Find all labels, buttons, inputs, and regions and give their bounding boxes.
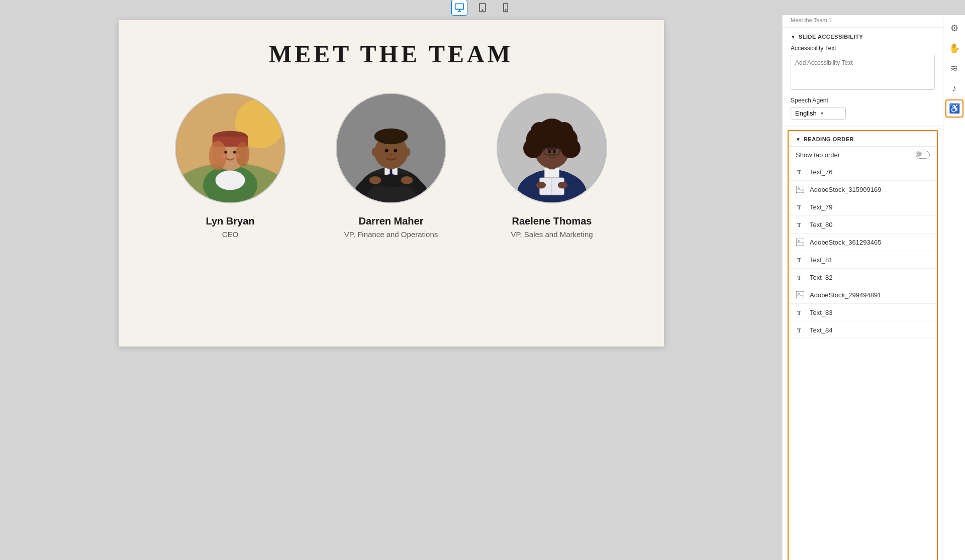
reading-order-list: TText_76AdobeStock_315909169TText_79TTex… (789, 163, 937, 560)
svg-text:T: T (797, 221, 801, 228)
accessibility-section-title: SLIDE ACCESSIBILITY (799, 34, 863, 40)
show-tab-order-label: Show tab order (796, 151, 840, 159)
reading-item-label: Text_83 (810, 309, 833, 316)
svg-rect-60 (796, 186, 804, 193)
show-tab-order-row: Show tab order (789, 147, 937, 163)
chevron-down-icon: ▼ (796, 137, 801, 142)
device-desktop-button[interactable] (451, 0, 467, 16)
speech-agent-label: Speech Agent (791, 97, 935, 104)
member-name-raelene: Raelene Thomas (512, 215, 592, 227)
svg-text:T: T (797, 309, 801, 316)
svg-point-35 (401, 176, 413, 184)
svg-line-52 (560, 151, 562, 152)
text-type-icon: T (796, 202, 805, 211)
reading-order-title: READING ORDER (804, 136, 854, 142)
svg-point-4 (482, 10, 483, 11)
accessibility-text-field: Accessibility Text (791, 45, 935, 92)
accessibility-text-label: Accessibility Text (791, 45, 935, 52)
canvas-area: MEET THE TEAM (0, 15, 782, 560)
text-type-icon: T (796, 220, 805, 229)
image-type-icon (796, 290, 805, 299)
svg-text:T: T (797, 257, 801, 263)
reading-order-item[interactable]: AdobeStock_299494891 (789, 286, 937, 304)
text-type-icon: T (796, 325, 805, 334)
speech-agent-select[interactable]: English ▾ (791, 107, 846, 120)
slide-title: MEET THE TEAM (269, 40, 513, 68)
reading-order-item[interactable]: TText_83 (789, 304, 937, 321)
layers-icon[interactable]: ≋ (945, 59, 963, 77)
text-type-icon: T (796, 308, 805, 317)
svg-point-48 (555, 122, 573, 140)
touch-icon[interactable]: ✋ (945, 39, 963, 57)
svg-point-32 (385, 149, 389, 152)
member-role-darren: VP, Finance and Operations (344, 230, 438, 239)
svg-point-19 (224, 151, 227, 154)
section-header-accessibility: ▼ SLIDE ACCESSIBILITY (791, 34, 935, 40)
svg-text:T: T (797, 204, 801, 210)
team-member-1: Lyn Bryan CEO (170, 93, 291, 239)
svg-point-21 (221, 154, 226, 159)
panel-title: Meet the Team 1 (791, 17, 935, 23)
avatar-raelene (497, 93, 607, 203)
reading-order-header: ▼ READING ORDER (789, 131, 937, 147)
chevron-down-icon: ▾ (821, 110, 823, 116)
reading-order-section: ▼ READING ORDER Show tab order TText_76A… (788, 130, 938, 560)
svg-point-22 (234, 154, 239, 159)
reading-item-label: AdobeStock_299494891 (810, 291, 881, 299)
avatar-darren (336, 93, 446, 203)
reading-order-item[interactable]: TText_81 (789, 251, 937, 269)
accessibility-icon[interactable]: ♿ (945, 99, 963, 118)
svg-text:T: T (797, 274, 801, 281)
reading-order-item[interactable]: TText_76 (789, 163, 937, 181)
avatar-lyn (175, 93, 285, 203)
image-type-icon (796, 238, 805, 247)
svg-rect-68 (796, 291, 804, 298)
svg-point-57 (536, 182, 546, 189)
svg-text:T: T (797, 169, 801, 175)
reading-item-label: Text_79 (810, 203, 833, 211)
member-role-raelene: VP, Sales and Marketing (511, 230, 593, 239)
show-tab-order-toggle[interactable] (916, 151, 930, 159)
svg-point-54 (553, 150, 556, 153)
team-member-2: Darren Maher VP, Finance and Operations (331, 93, 451, 239)
svg-text:T: T (797, 327, 801, 333)
reading-item-label: Text_76 (810, 168, 833, 176)
svg-point-45 (523, 138, 543, 158)
slide-canvas: MEET THE TEAM (119, 20, 664, 347)
reading-item-label: Text_82 (810, 274, 833, 281)
reading-order-item[interactable]: TText_80 (789, 216, 937, 234)
text-type-icon: T (796, 167, 805, 176)
text-type-icon: T (796, 255, 805, 264)
svg-point-29 (374, 129, 408, 144)
reading-order-item[interactable]: AdobeStock_315909169 (789, 181, 937, 198)
team-row: Lyn Bryan CEO (170, 93, 612, 239)
reading-item-label: AdobeStock_315909169 (810, 186, 881, 193)
svg-point-34 (369, 176, 381, 184)
panel-header: Meet the Team 1 (783, 15, 943, 28)
filter-settings-icon[interactable]: ⚙ (945, 19, 963, 37)
right-icons-sidebar: ⚙ ✋ ≋ ♪ ♿ (943, 15, 965, 560)
svg-point-47 (531, 122, 548, 140)
svg-point-20 (233, 151, 236, 154)
reading-item-label: Text_81 (810, 256, 833, 264)
text-type-icon: T (796, 273, 805, 282)
reading-item-label: Text_84 (810, 326, 833, 334)
speech-agent-value: English (795, 109, 817, 117)
member-name-darren: Darren Maher (359, 215, 424, 227)
reading-order-item[interactable]: TText_82 (789, 269, 937, 286)
chevron-down-icon: ▼ (791, 34, 796, 40)
svg-rect-64 (796, 239, 804, 246)
svg-point-6 (505, 10, 506, 11)
device-tablet-button[interactable] (474, 0, 491, 16)
reading-order-item[interactable]: AdobeStock_361293465 (789, 234, 937, 251)
device-mobile-button[interactable] (498, 0, 514, 16)
music-icon[interactable]: ♪ (945, 79, 963, 97)
svg-point-30 (372, 148, 378, 157)
reading-order-item[interactable]: TText_79 (789, 198, 937, 216)
right-panel: Meet the Team 1 ▼ SLIDE ACCESSIBILITY Ac… (782, 15, 943, 560)
accessibility-text-input[interactable] (791, 55, 935, 90)
reading-item-label: Text_80 (810, 221, 833, 229)
svg-point-12 (216, 170, 245, 190)
reading-order-item[interactable]: TText_84 (789, 321, 937, 339)
member-role-lyn: CEO (222, 230, 239, 239)
